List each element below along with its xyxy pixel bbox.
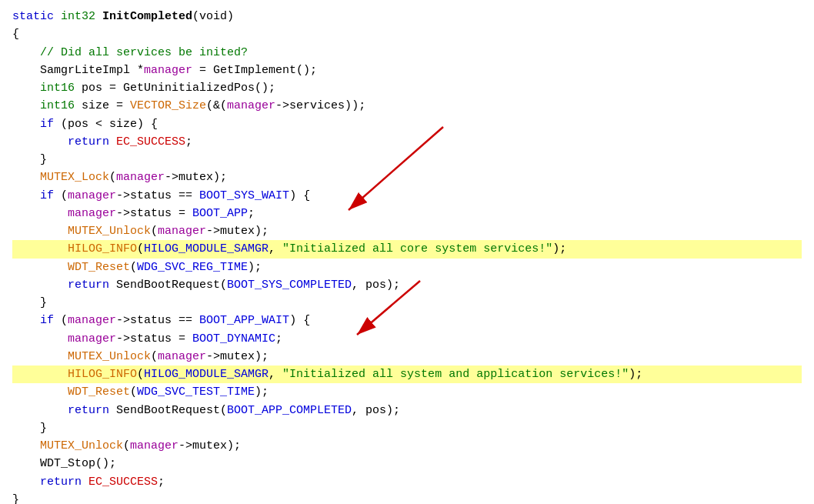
code-token: [12, 476, 40, 489]
code-token: ->status ==: [116, 189, 199, 202]
code-token: (: [109, 171, 116, 184]
code-token: if: [40, 189, 54, 202]
code-token: ->mutex);: [206, 350, 269, 363]
code-line: if (manager->status == BOOT_SYS_WAIT) {: [12, 187, 802, 205]
code-line: WDT_Reset(WDG_SVC_TEST_TIME);: [12, 383, 802, 401]
code-block: static int32 InitCompleted(void){ // Did…: [12, 8, 802, 504]
code-token: return: [68, 279, 109, 292]
code-token: ->status =: [116, 332, 192, 345]
code-token: manager: [68, 189, 116, 202]
code-token: manager: [68, 207, 116, 220]
code-token: (: [137, 368, 144, 381]
code-token: );: [629, 368, 642, 381]
code-token: [12, 332, 68, 345]
code-token: manager: [116, 171, 165, 184]
code-token: BOOT_APP_WAIT: [199, 314, 289, 327]
code-line: HILOG_INFO(HILOG_MODULE_SAMGR, "Initiali…: [12, 365, 802, 383]
code-token: // Did all services be inited?: [12, 46, 248, 59]
code-token: (: [123, 439, 130, 452]
code-token: ->mutex);: [206, 225, 269, 238]
code-token: [12, 82, 40, 95]
code-line: // Did all services be inited?: [12, 44, 802, 62]
code-token: if: [40, 314, 54, 327]
code-token: [12, 368, 68, 381]
code-token: [12, 225, 68, 238]
code-token: HILOG_INFO: [68, 242, 137, 255]
code-token: ;: [248, 207, 255, 220]
code-token: WDT_Reset: [68, 386, 130, 399]
code-line: return SendBootRequest(BOOT_SYS_COMPLETE…: [12, 276, 802, 294]
code-token: BOOT_APP_COMPLETED: [227, 404, 352, 417]
code-token: ;: [275, 332, 282, 345]
code-line: if (manager->status == BOOT_APP_WAIT) {: [12, 312, 802, 329]
code-token: EC_SUCCESS: [116, 135, 185, 149]
code-token: = GetImplement();: [192, 64, 317, 77]
code-token: ->status ==: [116, 314, 199, 327]
code-token: );: [248, 261, 262, 274]
code-line: int16 size = VECTOR_Size(&(manager->serv…: [12, 97, 802, 115]
code-token: ->mutex);: [165, 171, 227, 184]
code-token: {: [12, 28, 19, 41]
code-token: [12, 135, 68, 149]
code-line: MUTEX_Lock(manager->mutex);: [12, 169, 802, 186]
code-token: MUTEX_Unlock: [68, 225, 151, 238]
code-token: }: [12, 422, 47, 435]
code-line: {: [12, 25, 802, 43]
code-token: ,: [269, 242, 282, 255]
code-line: MUTEX_Unlock(manager->mutex);: [12, 348, 802, 365]
code-line: manager->status = BOOT_DYNAMIC;: [12, 330, 802, 348]
code-token: , pos);: [352, 404, 400, 417]
code-token: [12, 171, 40, 184]
code-token: [12, 439, 40, 452]
code-token: );: [552, 242, 566, 255]
code-token: manager: [158, 225, 206, 238]
code-token: manager: [130, 439, 178, 452]
code-line: WDT_Reset(WDG_SVC_REG_TIME);: [12, 259, 802, 276]
code-line: manager->status = BOOT_APP;: [12, 205, 802, 222]
code-line: return EC_SUCCESS;: [12, 133, 802, 151]
code-token: [12, 314, 40, 327]
code-line: static int32 InitCompleted(void): [12, 8, 802, 25]
code-token: WDT_Stop();: [12, 457, 116, 470]
code-token: ,: [269, 368, 282, 381]
code-line: SamgrLiteImpl *manager = GetImplement();: [12, 62, 802, 79]
code-token: BOOT_SYS_WAIT: [199, 189, 289, 202]
code-line: MUTEX_Unlock(manager->mutex);: [12, 437, 802, 455]
code-line: MUTEX_Unlock(manager->mutex);: [12, 222, 802, 240]
code-token: (: [151, 225, 158, 238]
code-token: WDG_SVC_TEST_TIME: [137, 386, 255, 399]
code-token: SamgrLiteImpl *: [12, 64, 144, 77]
code-line: }: [12, 491, 802, 504]
code-token: VECTOR_Size: [130, 99, 206, 112]
code-token: [82, 476, 88, 489]
code-token: [12, 386, 68, 399]
code-token: return: [40, 476, 82, 489]
code-token: (: [54, 189, 68, 202]
code-line: HILOG_INFO(HILOG_MODULE_SAMGR, "Initiali…: [12, 240, 802, 258]
code-token: "Initialized all system and application …: [282, 368, 629, 381]
code-token: MUTEX_Unlock: [68, 350, 151, 363]
code-token: (pos < size) {: [54, 118, 158, 131]
code-token: size =: [75, 99, 130, 112]
code-token: "Initialized all core system services!": [282, 242, 552, 255]
code-token: SendBootRequest(: [109, 404, 227, 417]
code-token: ;: [185, 135, 192, 149]
code-line: return SendBootRequest(BOOT_APP_COMPLETE…: [12, 402, 802, 419]
code-token: [12, 189, 40, 202]
code-token: ) {: [289, 189, 310, 202]
code-token: manager: [68, 332, 116, 345]
code-token: WDT_Reset: [68, 261, 130, 274]
code-token: (: [137, 242, 144, 255]
code-line: }: [12, 294, 802, 312]
code-token: BOOT_DYNAMIC: [192, 332, 275, 345]
code-token: ) {: [289, 314, 310, 327]
code-token: , pos);: [352, 279, 400, 292]
code-token: }: [12, 493, 19, 504]
code-token: EC_SUCCESS: [88, 476, 158, 489]
code-token: [12, 207, 68, 220]
code-token: HILOG_INFO: [68, 368, 137, 381]
code-token: MUTEX_Lock: [40, 171, 109, 184]
code-token: }: [12, 153, 47, 166]
code-token: [12, 404, 68, 417]
code-token: HILOG_MODULE_SAMGR: [144, 368, 269, 381]
